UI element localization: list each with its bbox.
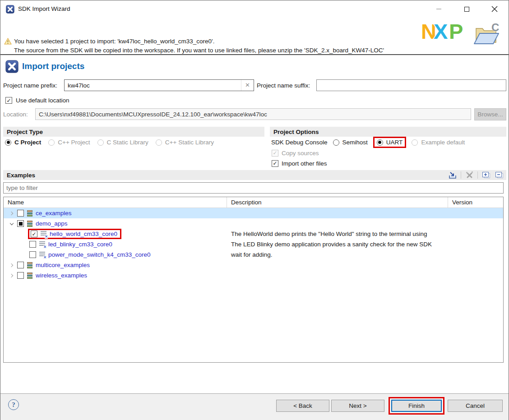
- example-description: [227, 208, 448, 218]
- annotation-box: UART: [373, 137, 407, 148]
- import-example-icon[interactable]: [448, 171, 458, 179]
- mcuxpresso-app-icon: [6, 5, 14, 14]
- example-row-ce_examples[interactable]: ce_examples: [4, 208, 503, 218]
- use-default-location-label: Use default location: [16, 97, 69, 104]
- example-description: The HelloWorld demo prints the "Hello Wo…: [227, 229, 448, 239]
- expand-all-icon[interactable]: [481, 171, 491, 179]
- example-icon: [39, 241, 45, 248]
- cancel-button[interactable]: Cancel: [448, 400, 503, 412]
- annotation-box: ✓hello_world_cm33_core0: [28, 229, 121, 239]
- finish-button[interactable]: Finish: [391, 400, 442, 412]
- import-projects-icon: [5, 60, 19, 73]
- example-description: [227, 270, 448, 281]
- toolbar-separator: [477, 171, 478, 179]
- c-static-library-radio: C++ Static Library: [156, 139, 214, 146]
- example-description: The LED Blinky demo application provides…: [227, 239, 448, 249]
- column-header-name[interactable]: Name: [4, 197, 227, 208]
- example-description: wait for adding.: [227, 249, 448, 260]
- browse-button: Browse...: [474, 108, 506, 120]
- example-version: [448, 218, 503, 229]
- tree-item: led_blinky_cm33_core0: [29, 241, 112, 248]
- radio-label: UART: [386, 139, 403, 146]
- example-name-label[interactable]: hello_world_cm33_core0: [50, 231, 117, 237]
- example-name-label[interactable]: power_mode_switch_k4_cm33_core0: [48, 251, 151, 258]
- hello_world_cm33_core0-checkbox[interactable]: ✓: [31, 231, 37, 237]
- demo_apps-checkbox[interactable]: [17, 220, 24, 227]
- example-version: [448, 239, 503, 249]
- location-label: Location:: [3, 111, 28, 118]
- ce_examples-checkbox[interactable]: [17, 210, 24, 217]
- title-bar: SDK Import Wizard: [0, 0, 509, 18]
- project-options-checkboxes: ✓Copy sources✓Import other files: [272, 149, 327, 167]
- examples-title: Examples: [7, 172, 35, 179]
- example-name-label[interactable]: ce_examples: [36, 210, 72, 217]
- nxp-logo: NPX: [420, 19, 473, 43]
- uart-radio[interactable]: UART: [377, 139, 403, 146]
- power_mode_switch_k4_cm33_core0-checkbox[interactable]: [29, 251, 36, 258]
- example-row-power_mode_switch_k4_cm33_core0[interactable]: power_mode_switch_k4_cm33_core0wait for …: [4, 249, 503, 260]
- example-name-label[interactable]: multicore_examples: [36, 262, 90, 268]
- radio-label: Semihost: [342, 139, 368, 146]
- back-button[interactable]: < Back: [276, 400, 329, 412]
- project-name-suffix-input[interactable]: [316, 79, 506, 91]
- radio-icon: [5, 139, 11, 146]
- footer-bar: ? < BackNext >FinishCancel: [0, 393, 509, 420]
- examples-table: Name Description Version ce_examplesdemo…: [3, 197, 504, 363]
- chevron-down-icon[interactable]: [8, 220, 15, 227]
- use-default-location-checkbox[interactable]: ✓: [5, 97, 12, 104]
- project-type-options: C ProjectC++ ProjectC Static LibraryC++ …: [5, 139, 214, 146]
- copy-sources-label: Copy sources: [282, 150, 319, 157]
- tree-item: multicore_examples: [17, 262, 90, 269]
- maximize-button[interactable]: [453, 0, 481, 18]
- tree-item: ce_examples: [17, 210, 72, 217]
- column-header-description[interactable]: Description: [227, 197, 448, 208]
- clear-selection-icon[interactable]: [464, 171, 474, 179]
- help-button[interactable]: ?: [8, 399, 19, 410]
- page-title: Import projects: [22, 61, 84, 71]
- suffix-label: Project name suffix:: [257, 82, 310, 89]
- import-other-files-checkbox[interactable]: ✓: [272, 160, 278, 167]
- minimize-button[interactable]: [425, 0, 453, 18]
- warning-icon: [4, 38, 12, 45]
- semihost-radio[interactable]: Semihost: [333, 139, 368, 146]
- maximize-icon: [464, 7, 469, 12]
- project-options-header: Project Options: [270, 127, 506, 137]
- next-button[interactable]: Next >: [331, 400, 384, 412]
- example-name-label[interactable]: wireless_examples: [36, 272, 87, 279]
- warning-message-line1: You have selected 1 project to import: '…: [14, 38, 214, 45]
- radio-icon: [412, 139, 418, 146]
- radio-icon: [333, 139, 339, 146]
- collapse-all-icon[interactable]: [494, 171, 504, 179]
- chevron-right-icon[interactable]: [8, 262, 15, 269]
- example-name-label[interactable]: led_blinky_cm33_core0: [48, 241, 112, 248]
- multicore_examples-checkbox[interactable]: [17, 262, 24, 268]
- example-row-led_blinky_cm33_core0[interactable]: led_blinky_cm33_core0The LED Blinky demo…: [4, 239, 503, 249]
- example-row-wireless_examples[interactable]: wireless_examples: [4, 270, 503, 281]
- c-project-radio[interactable]: C Project: [5, 139, 41, 146]
- examples-tree: ce_examplesdemo_apps✓hello_world_cm33_co…: [4, 208, 503, 281]
- copy-sources-checkbox: ✓: [272, 150, 278, 157]
- project-name-prefix-input[interactable]: kw47loc ✕: [64, 79, 254, 91]
- c-project-radio: C++ Project: [48, 139, 90, 146]
- copy-sources-row: ✓Copy sources: [272, 149, 327, 157]
- tree-item: wireless_examples: [17, 272, 87, 279]
- category-icon: [27, 272, 32, 279]
- close-button[interactable]: [481, 0, 509, 18]
- radio-label: C Static Library: [107, 139, 148, 146]
- led_blinky_cm33_core0-checkbox[interactable]: [29, 241, 36, 248]
- examples-toolbar: [448, 171, 506, 179]
- example-row-demo_apps[interactable]: demo_apps: [4, 218, 503, 229]
- radio-label: C Project: [14, 139, 41, 146]
- example-row-multicore_examples[interactable]: multicore_examples: [4, 260, 503, 270]
- chevron-right-icon[interactable]: [8, 210, 15, 217]
- close-icon: [491, 6, 498, 12]
- clear-input-icon[interactable]: ✕: [241, 80, 254, 91]
- annotation-box: Finish: [389, 397, 444, 415]
- chevron-right-icon[interactable]: [8, 272, 15, 279]
- svg-text:P: P: [449, 19, 463, 43]
- wireless_examples-checkbox[interactable]: [17, 272, 24, 279]
- example-name-label[interactable]: demo_apps: [36, 220, 68, 227]
- example-row-hello_world_cm33_core0[interactable]: ✓hello_world_cm33_core0The HelloWorld de…: [4, 229, 503, 239]
- filter-input[interactable]: [3, 182, 504, 194]
- column-header-version[interactable]: Version: [448, 197, 503, 208]
